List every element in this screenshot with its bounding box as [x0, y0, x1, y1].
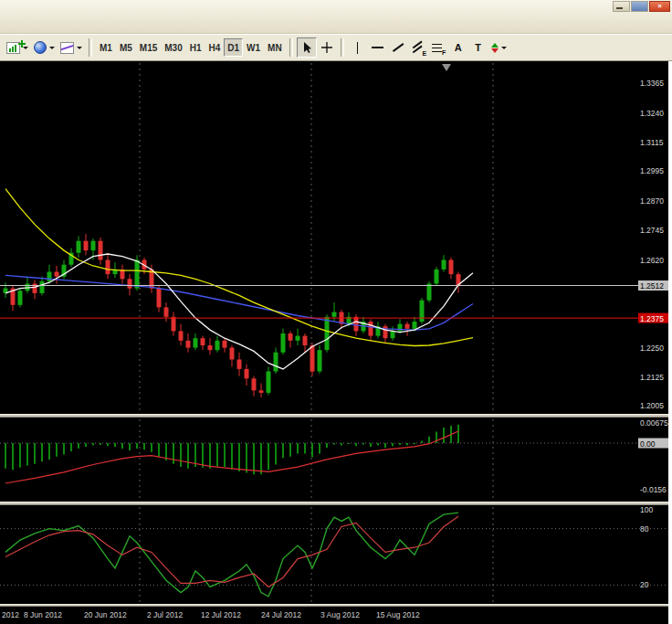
svg-text:1.2620: 1.2620 [640, 256, 664, 265]
timeframe-m15[interactable]: M15 [136, 38, 161, 57]
fibonacci-icon: F [432, 43, 444, 53]
minimize-button[interactable] [613, 1, 630, 12]
timeframe-w1[interactable]: W1 [243, 38, 264, 57]
ma-blue [5, 275, 473, 330]
text-tool-button[interactable]: A [448, 37, 468, 58]
equidistant-channel-icon: E [411, 41, 425, 54]
chart-shift-marker [442, 64, 451, 71]
close-button[interactable]: × [649, 1, 670, 12]
svg-text:1.3365: 1.3365 [640, 79, 664, 88]
toolbar-separator [341, 38, 344, 57]
minimize-icon [616, 7, 623, 9]
svg-text:1.2250: 1.2250 [640, 344, 664, 353]
svg-text:2 Jul 2012: 2 Jul 2012 [147, 610, 183, 619]
crosshair-tool-button[interactable] [317, 37, 337, 58]
chevron-down-icon [501, 47, 507, 49]
svg-text:15 Aug 2012: 15 Aug 2012 [376, 610, 420, 619]
arrows-tool-button[interactable] [488, 37, 509, 58]
horizontal-line-icon [372, 47, 383, 48]
svg-text:1.2745: 1.2745 [640, 226, 664, 235]
svg-text:1.2005: 1.2005 [640, 401, 664, 410]
text-label-icon: T [475, 42, 481, 53]
horizontal-line-tool-button[interactable] [368, 37, 388, 58]
templates-button[interactable] [58, 37, 85, 58]
chevron-down-icon [49, 47, 55, 49]
profiles-icon [34, 41, 47, 54]
svg-text:1.2125: 1.2125 [640, 373, 664, 382]
svg-text:0.00: 0.00 [640, 439, 656, 449]
vertical-line-icon [357, 42, 359, 54]
svg-text:1.2512: 1.2512 [640, 281, 664, 291]
trendline-icon [393, 43, 404, 51]
ma-white [5, 254, 473, 369]
svg-text:0.00675: 0.00675 [640, 418, 668, 428]
mt4-window: × M1 M5 M15 M30 H1 H4 D1 W1 MN [0, 0, 672, 624]
timeframe-mn[interactable]: MN [264, 38, 286, 57]
svg-text:12 Jul 2012: 12 Jul 2012 [201, 610, 241, 619]
timeframe-d1[interactable]: D1 [224, 38, 243, 57]
svg-text:3 Aug 2012: 3 Aug 2012 [320, 610, 360, 619]
timeframe-h1[interactable]: H1 [186, 38, 205, 57]
profiles-button[interactable] [31, 37, 58, 58]
svg-text:-0.0156: -0.0156 [640, 485, 667, 494]
timeframe-h4[interactable]: H4 [205, 38, 225, 57]
svg-text:1.2870: 1.2870 [640, 196, 664, 206]
svg-text:20 Jun 2012: 20 Jun 2012 [84, 610, 127, 619]
svg-text:1.2375: 1.2375 [640, 314, 664, 323]
main-toolbar: M1 M5 M15 M30 H1 H4 D1 W1 MN E F A T [0, 34, 672, 61]
equidistant-channel-tool-button[interactable]: E [408, 37, 428, 58]
chart-area[interactable]: 1.33651.32401.31151.29951.28701.27451.26… [0, 61, 672, 624]
trendline-tool-button[interactable] [388, 37, 408, 58]
svg-text:20: 20 [640, 580, 649, 589]
chart-canvas[interactable]: 1.33651.32401.31151.29951.28701.27451.26… [0, 61, 672, 624]
svg-text:24 Jul 2012: 24 Jul 2012 [261, 610, 301, 619]
window-controls: × [612, 1, 670, 10]
arrows-icon [491, 43, 499, 53]
chevron-down-icon [77, 47, 82, 49]
chevron-down-icon [23, 47, 28, 49]
cursor-icon [300, 41, 313, 54]
timeframe-m1[interactable]: M1 [96, 38, 116, 57]
svg-text:1.3115: 1.3115 [640, 138, 664, 147]
crosshair-icon [320, 41, 333, 54]
svg-text:80: 80 [640, 524, 649, 534]
stoch-main [5, 513, 458, 597]
restore-button[interactable] [631, 1, 648, 12]
templates-icon [60, 42, 74, 54]
timeframe-m5[interactable]: M5 [116, 38, 136, 57]
svg-text:8 Jun 2012: 8 Jun 2012 [24, 610, 62, 619]
svg-text:1.3240: 1.3240 [640, 109, 664, 118]
vertical-line-tool-button[interactable] [348, 37, 368, 58]
time-axis: 20128 Jun 201220 Jun 20122 Jul 201212 Ju… [2, 610, 420, 619]
svg-text:100: 100 [640, 505, 653, 514]
toolbar-separator [289, 38, 293, 57]
new-chart-icon [6, 42, 20, 54]
titlebar: × [0, 0, 672, 34]
text-label-tool-button[interactable]: T [468, 37, 488, 58]
window-edge [668, 61, 672, 624]
new-chart-button[interactable] [4, 37, 31, 58]
svg-text:2012: 2012 [2, 610, 19, 619]
svg-text:1.2995: 1.2995 [640, 166, 664, 175]
cursor-tool-button[interactable] [297, 37, 317, 58]
timeframe-m30[interactable]: M30 [161, 38, 185, 57]
candles [4, 234, 461, 397]
toolbar-separator [89, 38, 92, 57]
fibonacci-tool-button[interactable]: F [428, 37, 448, 58]
text-tool-icon: A [455, 42, 462, 53]
price-axis: 1.33651.32401.31151.29951.28701.27451.26… [638, 79, 668, 589]
